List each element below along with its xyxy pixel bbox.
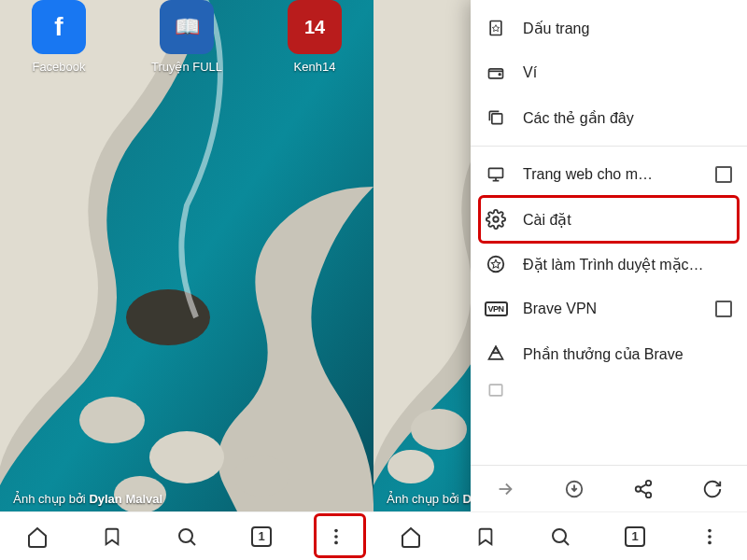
svg-point-34 bbox=[708, 528, 712, 532]
tabs-button[interactable]: 1 bbox=[241, 516, 282, 557]
menu-item-cutoff[interactable] bbox=[471, 376, 747, 404]
search-button[interactable] bbox=[540, 516, 581, 557]
facebook-icon: f bbox=[32, 0, 86, 54]
home-button[interactable] bbox=[390, 516, 431, 557]
checkbox[interactable] bbox=[715, 166, 732, 183]
gear-icon bbox=[486, 209, 506, 230]
app-truyenfull[interactable]: 📖 Truyện FULL bbox=[145, 0, 229, 74]
phone-screen-right: Ảnh chụp bởi Dylan Malval Dấu trang Ví bbox=[374, 0, 747, 560]
menu-divider bbox=[471, 146, 747, 147]
menu-label: Dấu trang bbox=[523, 20, 732, 37]
tab-count: 1 bbox=[625, 526, 645, 547]
svg-point-21 bbox=[493, 217, 499, 222]
svg-point-9 bbox=[334, 535, 338, 539]
menu-bookmarks[interactable]: Dấu trang bbox=[471, 6, 747, 50]
menu-brave-rewards[interactable]: Phần thưởng của Brave bbox=[471, 331, 747, 376]
brave-rewards-icon bbox=[486, 343, 506, 364]
overflow-menu: Dấu trang Ví Các thẻ gần đây bbox=[471, 0, 747, 511]
home-button[interactable] bbox=[17, 516, 58, 557]
bottom-navbar: 1 bbox=[374, 511, 747, 560]
svg-rect-23 bbox=[489, 385, 501, 396]
vpn-icon: VPN bbox=[486, 299, 506, 319]
tab-count: 1 bbox=[251, 526, 272, 547]
menu-set-default-browser[interactable]: Đặt làm Trình duyệt mặc… bbox=[471, 242, 747, 287]
app-label: Truyện FULL bbox=[151, 60, 222, 74]
star-badge-icon bbox=[486, 254, 506, 274]
svg-point-4 bbox=[233, 455, 289, 497]
bookmark-button[interactable] bbox=[92, 516, 133, 557]
svg-point-35 bbox=[708, 535, 712, 539]
bookmark-button[interactable] bbox=[465, 516, 506, 557]
app-label: Facebook bbox=[32, 60, 85, 74]
svg-point-28 bbox=[636, 486, 641, 492]
forward-button[interactable] bbox=[486, 470, 524, 508]
menu-action-bar bbox=[471, 465, 747, 511]
svg-rect-14 bbox=[490, 21, 501, 35]
svg-point-6 bbox=[179, 529, 192, 542]
menu-button[interactable] bbox=[316, 516, 357, 557]
menu-label: Trang web cho m… bbox=[523, 166, 715, 183]
svg-rect-17 bbox=[492, 114, 502, 124]
menu-wallet[interactable]: Ví bbox=[471, 50, 747, 95]
svg-line-31 bbox=[641, 490, 646, 494]
wallpaper bbox=[0, 0, 374, 560]
wallet-icon bbox=[486, 63, 506, 83]
app-row: f Facebook 📖 Truyện FULL 14 Kenh14 bbox=[0, 0, 374, 74]
svg-point-29 bbox=[646, 492, 652, 497]
app-label: Kenh14 bbox=[294, 60, 336, 74]
menu-label: Các thẻ gần đây bbox=[523, 109, 732, 127]
phone-screen-left: f Facebook 📖 Truyện FULL 14 Kenh14 Ảnh c… bbox=[0, 0, 374, 560]
checkbox[interactable] bbox=[715, 301, 732, 317]
svg-line-7 bbox=[190, 540, 195, 545]
bottom-navbar: 1 bbox=[0, 511, 374, 560]
app-kenh14[interactable]: 14 Kenh14 bbox=[273, 0, 357, 74]
app-facebook[interactable]: f Facebook bbox=[17, 0, 101, 74]
news-icon bbox=[486, 380, 506, 400]
kenh14-icon: 14 bbox=[288, 0, 342, 54]
svg-point-10 bbox=[334, 540, 338, 544]
svg-point-27 bbox=[646, 480, 652, 485]
download-button[interactable] bbox=[556, 470, 593, 508]
monitor-icon bbox=[486, 164, 506, 185]
svg-point-8 bbox=[334, 528, 338, 532]
bookmark-star-icon bbox=[486, 18, 506, 38]
reload-button[interactable] bbox=[694, 470, 731, 508]
svg-point-32 bbox=[553, 529, 566, 542]
menu-recent-tabs[interactable]: Các thẻ gần đây bbox=[471, 95, 747, 140]
wallpaper-caption: Ảnh chụp bởi Dylan Malval bbox=[13, 492, 162, 506]
menu-label: Ví bbox=[523, 64, 732, 81]
menu-settings[interactable]: Cài đặt bbox=[471, 197, 747, 242]
tabs-icon bbox=[486, 107, 506, 128]
svg-rect-18 bbox=[489, 168, 503, 177]
menu-brave-vpn[interactable]: VPN Brave VPN bbox=[471, 287, 747, 331]
book-icon: 📖 bbox=[160, 0, 214, 54]
share-button[interactable] bbox=[625, 470, 662, 508]
svg-point-16 bbox=[499, 74, 500, 76]
svg-point-3 bbox=[149, 431, 224, 483]
svg-point-2 bbox=[79, 397, 145, 443]
svg-point-13 bbox=[388, 450, 434, 483]
menu-label: Phần thưởng của Brave bbox=[523, 345, 732, 363]
menu-label: Cài đặt bbox=[523, 211, 732, 229]
menu-label: Brave VPN bbox=[523, 301, 715, 317]
svg-point-36 bbox=[708, 540, 712, 544]
svg-point-12 bbox=[411, 409, 467, 450]
menu-label: Đặt làm Trình duyệt mặc… bbox=[523, 256, 732, 273]
menu-button[interactable] bbox=[689, 516, 730, 557]
svg-point-1 bbox=[126, 289, 210, 345]
tabs-button[interactable]: 1 bbox=[614, 516, 655, 557]
search-button[interactable] bbox=[166, 516, 207, 557]
svg-line-33 bbox=[564, 540, 569, 545]
menu-desktop-site[interactable]: Trang web cho m… bbox=[471, 152, 747, 197]
svg-line-30 bbox=[641, 483, 646, 487]
